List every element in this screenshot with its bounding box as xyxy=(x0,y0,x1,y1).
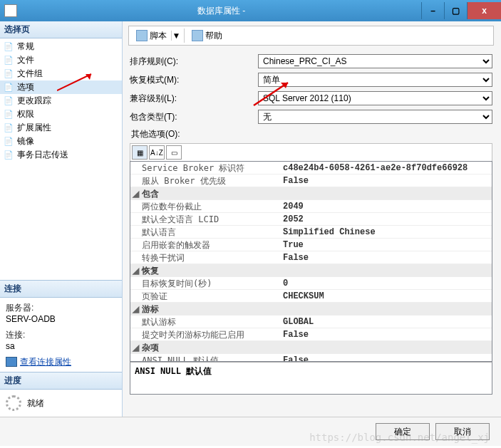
cancel-button[interactable]: 取消 xyxy=(435,423,490,440)
property-grid[interactable]: Service Broker 标识符c48e24b4-6058-4261-ae2… xyxy=(130,161,492,362)
page-icon: 📄 xyxy=(3,95,14,107)
sidebar-item-label: 文件组 xyxy=(17,68,43,80)
toolbar-separator xyxy=(184,28,185,43)
property-name: Service Broker 标识符 xyxy=(130,162,280,174)
page-icon: 📄 xyxy=(3,55,14,66)
property-value[interactable]: 0 xyxy=(280,277,492,289)
propgrid-row[interactable]: 转换干扰词False xyxy=(130,251,492,264)
view-connection-link[interactable]: 查看连接属性 xyxy=(20,356,71,368)
left-pane: 选择页 📄常规📄文件📄文件组📄选项📄更改跟踪📄权限📄扩展属性📄镜像📄事务日志传送… xyxy=(0,21,123,417)
minimize-button[interactable]: – xyxy=(421,2,444,19)
property-name: 两位数年份截止 xyxy=(130,200,280,212)
recovery-label: 恢复模式(M): xyxy=(130,74,258,86)
propgrid-row[interactable]: 目标恢复时间(秒)0 xyxy=(130,277,492,290)
maximize-button[interactable]: ▢ xyxy=(444,2,467,19)
sidebar-item-label: 更改跟踪 xyxy=(17,95,51,107)
property-value[interactable]: False xyxy=(280,328,492,340)
property-name: 转换干扰词 xyxy=(130,251,280,264)
sidebar-item-1[interactable]: 📄文件 xyxy=(0,53,122,67)
page-icon: 📄 xyxy=(3,68,14,80)
title-bar: 数据库属性 - – ▢ x xyxy=(0,0,501,21)
propgrid-row[interactable]: 服从 Broker 优先级False xyxy=(130,174,492,187)
options-form: 排序规则(C): Chinese_PRC_CI_AS 恢复模式(M): 简单 兼… xyxy=(128,51,494,400)
sidebar-item-label: 扩展属性 xyxy=(17,122,51,134)
sidebar-item-3[interactable]: 📄选项 xyxy=(0,80,122,94)
propgrid-row[interactable]: 默认语言Simplified Chinese xyxy=(130,226,492,239)
progress-status: 就绪 xyxy=(27,397,44,410)
property-name: 服从 Broker 优先级 xyxy=(130,174,280,187)
server-label: 服务器: xyxy=(6,302,116,313)
select-page-header: 选择页 xyxy=(0,21,122,38)
collapse-icon[interactable]: ◢ xyxy=(130,264,140,276)
connection-header: 连接 xyxy=(0,281,122,298)
compat-label: 兼容级别(L): xyxy=(130,93,258,105)
property-name: 默认游标 xyxy=(130,316,280,328)
propgrid-category[interactable]: ◢包含 xyxy=(130,187,492,200)
ok-button[interactable]: 确定 xyxy=(376,423,430,440)
collapse-icon[interactable]: ◢ xyxy=(130,303,140,315)
category-name: 恢复 xyxy=(140,264,492,276)
sidebar-item-7[interactable]: 📄镜像 xyxy=(0,135,122,148)
sidebar-item-6[interactable]: 📄扩展属性 xyxy=(0,121,122,135)
recovery-select[interactable]: 简单 xyxy=(258,73,492,87)
property-value[interactable]: True xyxy=(280,239,492,251)
sidebar-item-0[interactable]: 📄常规 xyxy=(0,40,122,53)
property-value[interactable]: False xyxy=(280,354,492,362)
property-value[interactable]: 2049 xyxy=(280,200,492,212)
property-value[interactable]: 2052 xyxy=(280,213,492,225)
close-button[interactable]: x xyxy=(467,2,501,19)
property-pages-button[interactable]: ▭ xyxy=(166,145,182,160)
connection-label: 连接: xyxy=(6,329,116,340)
help-button[interactable]: 帮助 xyxy=(187,28,227,43)
script-dropdown[interactable]: ▼ xyxy=(171,31,181,41)
alphabetical-button[interactable]: A↓Z xyxy=(149,145,165,160)
script-icon xyxy=(136,30,148,41)
propgrid-row[interactable]: Service Broker 标识符c48e24b4-6058-4261-ae2… xyxy=(130,162,492,174)
collation-label: 排序规则(C): xyxy=(130,56,258,68)
propgrid-category[interactable]: ◢恢复 xyxy=(130,264,492,277)
property-value[interactable]: False xyxy=(280,251,492,264)
propgrid-row[interactable]: 启用嵌套的触发器True xyxy=(130,239,492,251)
property-name: 默认全文语言 LCID xyxy=(130,213,280,225)
other-options-label: 其他选项(O): xyxy=(131,128,492,140)
sidebar-item-label: 权限 xyxy=(17,108,34,120)
help-label: 帮助 xyxy=(205,30,222,42)
page-icon: 📄 xyxy=(3,41,14,53)
category-name: 游标 xyxy=(140,303,492,315)
propgrid-row[interactable]: 两位数年份截止2049 xyxy=(130,200,492,213)
progress-spinner-icon xyxy=(6,395,21,411)
script-button[interactable]: 脚本 xyxy=(132,28,171,43)
category-name: 杂项 xyxy=(140,341,492,353)
progress-header: 进度 xyxy=(0,373,122,390)
propgrid-category[interactable]: ◢游标 xyxy=(130,303,492,316)
propgrid-toolbar: ▦ A↓Z ▭ xyxy=(130,143,492,161)
page-icon: 📄 xyxy=(3,150,14,161)
propgrid-row[interactable]: 默认全文语言 LCID2052 xyxy=(130,213,492,226)
containment-label: 包含类型(T): xyxy=(130,111,258,123)
sidebar-item-2[interactable]: 📄文件组 xyxy=(0,67,122,80)
sidebar-item-4[interactable]: 📄更改跟踪 xyxy=(0,94,122,108)
propgrid-row[interactable]: ANSI NULL 默认值False xyxy=(130,354,492,362)
propgrid-row[interactable]: 提交时关闭游标功能已启用False xyxy=(130,328,492,341)
property-value[interactable]: CHECKSUM xyxy=(280,290,492,302)
property-value[interactable]: GLOBAL xyxy=(280,316,492,328)
sidebar-item-label: 事务日志传送 xyxy=(17,149,68,161)
connection-properties-icon xyxy=(6,357,17,367)
property-value[interactable]: c48e24b4-6058-4261-ae2e-8f70dfe66928 xyxy=(280,162,492,174)
collation-select[interactable]: Chinese_PRC_CI_AS xyxy=(258,54,492,68)
connection-value: sa xyxy=(6,340,116,352)
sidebar-item-8[interactable]: 📄事务日志传送 xyxy=(0,148,122,162)
propgrid-row[interactable]: 页验证CHECKSUM xyxy=(130,290,492,303)
propgrid-row[interactable]: 默认游标GLOBAL xyxy=(130,316,492,328)
property-value[interactable]: Simplified Chinese xyxy=(280,226,492,238)
sidebar-item-5[interactable]: 📄权限 xyxy=(0,108,122,121)
compat-select[interactable]: SQL Server 2012 (110) xyxy=(258,91,492,105)
containment-select[interactable]: 无 xyxy=(258,110,492,124)
categorized-button[interactable]: ▦ xyxy=(132,145,148,160)
collapse-icon[interactable]: ◢ xyxy=(130,187,140,199)
property-value[interactable]: False xyxy=(280,174,492,187)
collapse-icon[interactable]: ◢ xyxy=(130,341,140,353)
propgrid-category[interactable]: ◢杂项 xyxy=(130,341,492,354)
property-description-title: ANSI NULL 默认值 xyxy=(135,365,487,377)
help-icon xyxy=(192,30,203,41)
